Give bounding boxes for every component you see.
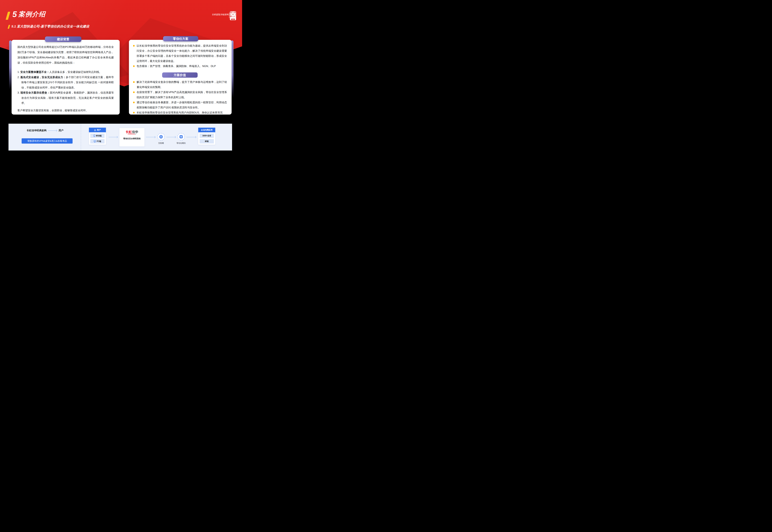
value-bullet: 通过零信任收敛业务暴露面，并进一步做到细粒度的统一权限管控，利用动态权限策略功能… bbox=[133, 100, 227, 110]
page-title: 5案例介绍 bbox=[12, 10, 46, 19]
replace-banner: 替换原有的VPN&桌管&准入&杀毒单品 bbox=[22, 138, 73, 144]
value-bullet: 长虹佳华推荐的零信任安全管理系统与用户内部BDUS、身份认证体系等完 bbox=[133, 110, 227, 115]
zero-trust-section-pill: 零信任方案 bbox=[163, 36, 198, 41]
mobile-label: 移动端 bbox=[96, 134, 102, 137]
item-number: 1. bbox=[17, 71, 20, 73]
background-intro: 国内某大型快递公司在全网有超过12万的PC终端以及超40万的移动终端，分布在全国… bbox=[17, 44, 114, 65]
background-section-pill: 建设背景 bbox=[45, 36, 81, 42]
solution-bullet: 以长虹佳华推荐的零信任安全管理系统的全功能为基础，提供从终端安全到访问安全，办公… bbox=[133, 43, 227, 64]
closing-paragraph: 客户希望安全方案切实有效，全面联动，能够形成安全闭环。 bbox=[17, 108, 114, 113]
mobile-icon bbox=[93, 135, 95, 137]
solution-bullet-list: 以长虹佳华推荐的零信任安全管理系统的全功能为基础，提供从终端安全到访问安全，办公… bbox=[133, 43, 227, 69]
flow-arrow bbox=[166, 137, 176, 137]
qr-footer-label: 长虹佳华 bbox=[231, 19, 235, 20]
flow-arrow bbox=[186, 137, 196, 137]
slide: 5案例介绍 5.1 某大型快递公司-基于零信任的办公安全一体化建设 扫码获取详细… bbox=[0, 0, 242, 151]
qr-caption: 扫码获取详细资料 bbox=[212, 13, 229, 16]
user-icon bbox=[94, 129, 96, 131]
brand-sub-red: CHANGHONG bbox=[128, 134, 135, 135]
item-text: 人员设备众多，安全建设缺乏辐射到点到线。 bbox=[49, 71, 102, 73]
gateway-label: 零信任网关 bbox=[176, 142, 186, 145]
user-box-header: 用户 bbox=[89, 128, 106, 132]
intranet-box: 企业内网应用 1600+业务 邮箱 bbox=[198, 128, 215, 145]
qr-frame-line bbox=[229, 13, 229, 17]
legacy-architecture-row: 长虹佳华经典架构 用户 bbox=[27, 129, 63, 132]
gateway-node bbox=[177, 133, 185, 140]
internet-label: 互联网 bbox=[158, 142, 164, 145]
page-subtitle: 5.1 某大型快递公司-基于零信任的办公安全一体化建设 bbox=[11, 24, 89, 29]
challenge-item: 1. 安全方案整体覆盖不全：人员设备众多，安全建设缺乏辐射到点到线。 bbox=[17, 69, 114, 75]
challenge-item: 3. 现有安全方案存在壁垒：面对内网安全渗透，勒索防护，漏洞攻击，信息泄露等攻击… bbox=[17, 90, 114, 106]
business-item: 1600+业务 bbox=[200, 134, 214, 138]
legacy-architecture-label: 长虹佳华经典架构 bbox=[27, 129, 46, 132]
mobile-item: 移动端 bbox=[90, 134, 105, 138]
brand-sub-black: IT bbox=[135, 134, 136, 135]
legacy-arrow-icon bbox=[48, 130, 57, 131]
challenge-item: 2. 孤岛式安全建设，安全无法形成合力：多个部门牵引不同安全建设方案，最终导致每… bbox=[17, 75, 114, 90]
qr-code: 长虹佳华 bbox=[230, 11, 236, 20]
pc-icon bbox=[94, 140, 96, 142]
zero-trust-card: 以长虹佳华推荐的零信任安全管理系统的全功能为基础，提供从终端安全到访问安全，办公… bbox=[129, 40, 232, 115]
user-box-title: 用户 bbox=[97, 129, 101, 131]
value-bullet: 解决了此前终端安全复杂分散的弊端，提升了用户体验与运维效率，达到了轻量化终端安全… bbox=[133, 80, 227, 90]
brand-logo: 长虹佳华 bbox=[119, 130, 145, 134]
architecture-panel: 长虹佳华经典架构 用户 替换原有的VPN&桌管&准入&杀毒单品 用户 移动端 bbox=[8, 124, 232, 151]
vendor-box: 长虹佳华 CHANGHONGIT 零信任安全管理系统 bbox=[119, 128, 145, 147]
panel-divider bbox=[81, 124, 81, 151]
value-section-pill: 方案价值 bbox=[162, 72, 198, 78]
item-number: 2. bbox=[17, 76, 20, 79]
brand-red-text: 长虹 bbox=[126, 130, 132, 134]
pc-item: PC端 bbox=[90, 139, 105, 143]
challenge-list: 1. 安全方案整体覆盖不全：人员设备众多，安全建设缺乏辐射到点到线。 2. 孤岛… bbox=[17, 69, 114, 106]
brand-black-text: 佳华 bbox=[132, 130, 138, 134]
item-lead: 现有安全方案存在壁垒： bbox=[20, 91, 50, 94]
user-box: 用户 移动端 PC端 bbox=[89, 128, 106, 145]
section-number: 5 bbox=[12, 10, 17, 19]
solution-bullet: 包含模块：资产管理、病毒查杀、漏洞防御、终端准入、NGN、DLP bbox=[133, 64, 227, 69]
intranet-header: 企业内网应用 bbox=[198, 128, 215, 132]
item-lead: 孤岛式安全建设，安全无法形成合力： bbox=[20, 76, 66, 79]
value-bullet: 在疫情背景下，解决了原有VPN产品高危漏洞的安全风险，零信任安全管理系统的灵活扩… bbox=[133, 90, 227, 100]
item-number: 3. bbox=[17, 91, 20, 94]
globe-icon bbox=[159, 135, 163, 139]
item-lead: 安全方案整体覆盖不全： bbox=[20, 71, 49, 73]
flow-arrow bbox=[146, 137, 155, 137]
internet-node bbox=[157, 133, 165, 140]
mail-item: 邮箱 bbox=[200, 139, 214, 143]
product-name: 零信任安全管理系统 bbox=[119, 137, 145, 140]
flow-arrow bbox=[109, 137, 117, 137]
purple-accent-bar-left bbox=[9, 40, 12, 90]
qr-frame-dot bbox=[229, 17, 230, 18]
value-bullet-list: 解决了此前终端安全复杂分散的弊端，提升了用户体验与运维效率，达到了轻量化终端安全… bbox=[133, 80, 227, 115]
background-card: 国内某大型快递公司在全网有超过12万的PC终端以及超40万的移动终端，分布在全国… bbox=[12, 40, 120, 115]
brand-subtitle: CHANGHONGIT bbox=[119, 134, 145, 135]
gateway-icon bbox=[179, 135, 183, 138]
legacy-user-label: 用户 bbox=[59, 129, 63, 132]
qr-pattern-icon bbox=[230, 12, 236, 17]
pc-label: PC端 bbox=[97, 140, 101, 143]
